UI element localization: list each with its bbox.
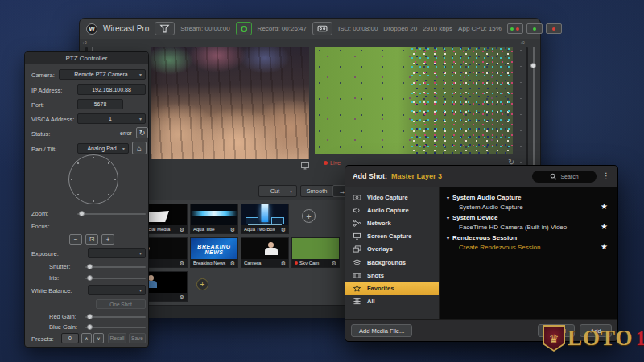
monitor-icon[interactable] — [300, 162, 310, 170]
visca-address-label: VISCA Address: — [31, 116, 74, 123]
category-shots[interactable]: Shots — [345, 269, 439, 282]
exposure-dropdown[interactable]: ▾ — [88, 248, 146, 258]
one-shot-button[interactable]: One Shot — [96, 299, 146, 309]
search-icon — [550, 173, 557, 180]
gear-icon[interactable]: ⚙ — [281, 227, 286, 232]
shot-aqua-title[interactable]: Aqua Title⚙ — [190, 204, 238, 234]
source-item[interactable]: System Audio Capture ★ — [447, 202, 611, 212]
output-toggle-button-3[interactable] — [546, 23, 562, 34]
focus-far-button[interactable]: + — [101, 234, 114, 245]
add-shot-plus-button[interactable]: + — [196, 278, 208, 290]
pan-tilt-mode-dropdown[interactable]: Analog Pad ▾ — [77, 143, 129, 154]
iso-time-label: ISO: 00:08:00 — [338, 25, 378, 32]
zoom-slider[interactable] — [77, 213, 146, 215]
category-favorites[interactable]: Favorites — [345, 282, 439, 294]
visca-address-dropdown[interactable]: 1 ▾ — [77, 113, 146, 124]
gear-icon[interactable]: ⚙ — [180, 227, 184, 232]
favorite-star-icon[interactable]: ★ — [601, 202, 608, 212]
shot-breaking-news[interactable]: BREAKING NEWS Breaking News⚙ — [190, 237, 238, 268]
cassette-icon — [317, 24, 328, 33]
blue-gain-slider[interactable] — [85, 327, 146, 328]
crown-icon: ♛ — [549, 333, 559, 344]
iso-button[interactable] — [312, 22, 332, 35]
preset-up-button[interactable]: ∧ — [81, 333, 92, 343]
source-group-header[interactable]: ▾ Rendezvous Session — [447, 233, 611, 242]
preset-number-field[interactable]: 0 — [61, 333, 79, 343]
output-toggle-button-2[interactable] — [526, 23, 543, 34]
kebab-menu-icon[interactable]: ⋮ — [602, 172, 610, 180]
refresh-status-button[interactable]: ↻ — [136, 127, 148, 138]
add-shot-plus-button[interactable]: + — [302, 209, 316, 223]
category-overlays[interactable]: Overlays — [345, 243, 439, 256]
network-icon — [353, 220, 361, 227]
category-backgrounds[interactable]: Backgrounds — [345, 256, 439, 269]
category-screen-capture[interactable]: Screen Capture — [345, 230, 439, 243]
gear-icon[interactable]: ⚙ — [281, 261, 286, 266]
shutter-slider-knob[interactable] — [87, 264, 93, 269]
shot-sky-cam[interactable]: Sky Cam⚙ — [291, 237, 340, 268]
wirecast-logo: W — [86, 23, 97, 35]
output-toggle-button-1[interactable] — [507, 23, 523, 34]
add-media-file-label: Add Media File... — [359, 327, 404, 335]
shutter-slider[interactable] — [85, 266, 146, 268]
preset-down-button[interactable]: ∨ — [93, 333, 104, 343]
category-video-capture[interactable]: Video Capture — [345, 191, 439, 204]
volume-fader-knob[interactable] — [530, 63, 536, 68]
shot-aqua-two-box[interactable]: Aqua Two Box⚙ — [241, 204, 289, 234]
category-all[interactable]: All — [345, 295, 439, 308]
live-panel — [315, 47, 513, 154]
shot-thumbnail — [242, 238, 288, 261]
shot-camera[interactable]: Camera⚙ — [241, 237, 289, 268]
gear-icon[interactable]: ⚙ — [332, 261, 336, 266]
source-item-selected[interactable]: Create Rendezvous Session ★ — [447, 242, 611, 252]
source-group-header[interactable]: ▾ System Audio Capture — [447, 193, 611, 202]
source-group-header[interactable]: ▾ System Device — [447, 213, 611, 222]
ip-address-label: IP Address: — [31, 87, 62, 94]
transition-primary-dropdown[interactable]: Cut ▾ — [258, 185, 297, 197]
ip-address-field[interactable]: 192.168.100.88 — [77, 84, 146, 95]
search-input[interactable]: Search — [532, 171, 597, 183]
category-label: Audio Capture — [367, 207, 409, 214]
red-gain-slider-knob[interactable] — [87, 314, 93, 319]
gear-icon[interactable]: ⚙ — [230, 261, 235, 266]
stream-time-label: Stream: 00:00:00 — [180, 25, 229, 32]
iris-label: Iris: — [49, 274, 59, 282]
zoom-slider-knob[interactable] — [79, 211, 85, 216]
add-media-file-button[interactable]: Add Media File... — [351, 324, 412, 337]
gear-icon[interactable]: ⚙ — [230, 227, 235, 232]
preset-recall-button[interactable]: Recall — [108, 333, 126, 343]
preset-save-button[interactable]: Save — [129, 333, 146, 343]
category-label: Backgrounds — [367, 259, 406, 266]
port-value: 5678 — [94, 101, 107, 107]
autofocus-button[interactable]: ⊡ — [85, 234, 98, 245]
overlays-icon — [353, 245, 361, 253]
grid-icon — [353, 298, 361, 305]
iris-slider[interactable] — [85, 278, 146, 279]
category-audio-capture[interactable]: Audio Capture — [345, 204, 439, 216]
favorite-star-icon[interactable]: ★ — [601, 222, 608, 232]
stream-button[interactable] — [155, 22, 175, 35]
ptz-titlebar[interactable]: PTZ Controller — [25, 52, 148, 64]
camera-dropdown[interactable]: Remote PTZ Camera ▾ — [59, 69, 146, 80]
pan-tilt-joystick-pad[interactable] — [68, 154, 118, 204]
main-titlebar: W Wirecast Pro Stream: 00:00:00 Record: … — [80, 19, 540, 39]
white-balance-dropdown[interactable]: ▾ — [88, 285, 146, 295]
red-gain-slider[interactable] — [85, 316, 146, 318]
live-indicator: Live — [324, 160, 341, 166]
source-item[interactable]: FaceTime HD Camera (Built-in) Video ★ — [447, 222, 611, 232]
iris-slider-knob[interactable] — [87, 275, 93, 281]
record-button[interactable] — [236, 22, 252, 35]
green-dot-icon — [510, 27, 514, 31]
category-network[interactable]: Network — [345, 216, 439, 229]
focus-near-button[interactable]: − — [69, 234, 82, 245]
chevron-up-icon: ∧ — [85, 335, 88, 341]
favorite-star-icon[interactable]: ★ — [601, 242, 608, 252]
shot-label: Camera — [244, 261, 279, 265]
category-label: All — [367, 298, 375, 305]
port-field[interactable]: 5678 — [77, 99, 123, 109]
blue-gain-slider-knob[interactable] — [87, 324, 93, 330]
gear-icon[interactable]: ⚙ — [180, 261, 184, 266]
loto188-watermark: ♛ LOTO 188 — [543, 325, 644, 352]
gear-icon[interactable]: ⚙ — [180, 294, 184, 300]
home-position-button[interactable]: ⌂ — [132, 142, 147, 154]
